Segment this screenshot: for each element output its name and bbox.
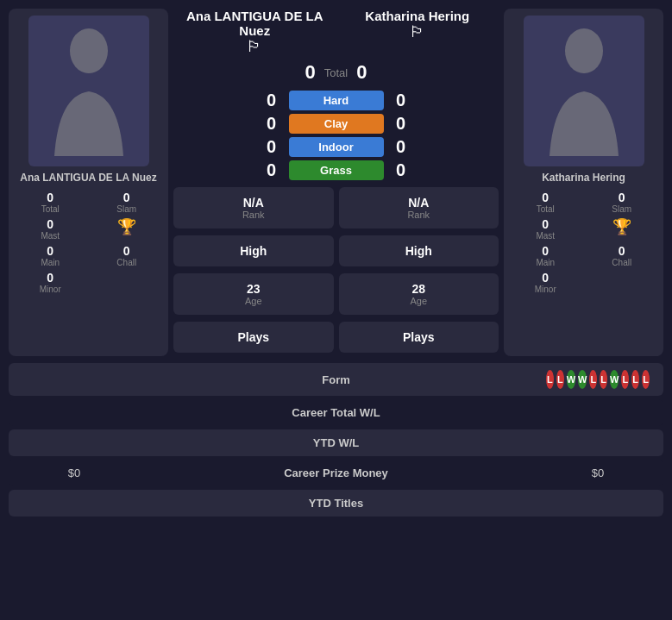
left-flag: 🏳 <box>173 38 336 56</box>
form-label: Form <box>126 373 546 386</box>
ytd-titles-row: YTD Titles <box>9 490 663 517</box>
left-stat-main: 0 Main <box>16 244 85 267</box>
clay-left-score: 0 <box>263 114 280 134</box>
left-plays-card: Plays <box>173 322 334 353</box>
right-player-title-block: Katharina Hering 🏳 <box>336 9 499 41</box>
right-flag: 🏳 <box>336 23 499 41</box>
left-age-card: 23 Age <box>173 273 334 315</box>
trophy-icon-block: 🏆 <box>92 217 162 241</box>
total-label: Total <box>324 66 348 79</box>
center-header: Ana LANTIGUA DE LA Nuez 🏳 Katharina Heri… <box>173 9 499 56</box>
right-stat-slam: 0 Slam <box>587 191 657 214</box>
career-total-label: Career Total W/L <box>126 406 546 419</box>
left-stat-slam: 0 Slam <box>92 191 162 214</box>
right-total-score: 0 <box>356 61 367 84</box>
form-badge-l: L <box>589 370 597 389</box>
left-player-title-block: Ana LANTIGUA DE LA Nuez 🏳 <box>173 9 336 56</box>
grass-left-score: 0 <box>263 160 280 180</box>
total-score-row: 0 Total 0 <box>173 61 499 84</box>
right-player-stats: 0 Total 0 Slam 0 Mast 🏆 0 Main <box>511 191 656 294</box>
hard-right-score: 0 <box>393 91 410 110</box>
left-player-stats: 0 Total 0 Slam 0 Mast 🏆 0 Main <box>16 191 161 294</box>
right-age-card: 28 Age <box>339 273 499 315</box>
hard-badge: Hard <box>289 91 384 110</box>
form-badge-l: L <box>642 370 650 389</box>
right-player-title: Katharina Hering <box>336 9 499 23</box>
career-prize-right: $0 <box>546 467 650 479</box>
left-rank-label: Rank <box>182 210 325 220</box>
top-section: Ana LANTIGUA DE LA Nuez 0 Total 0 Slam 0… <box>9 9 663 356</box>
right-high-card: High <box>339 235 499 266</box>
grass-right-score: 0 <box>393 160 410 180</box>
clay-badge: Clay <box>289 114 384 134</box>
left-stat-total: 0 Total <box>16 191 85 214</box>
form-badge-w: W <box>610 370 619 389</box>
svg-point-0 <box>70 28 108 73</box>
right-stat-mast: 0 Mast <box>511 217 581 241</box>
left-rank-card: N/A Rank <box>173 187 334 229</box>
surface-row-indoor: 0 Indoor 0 <box>173 137 499 157</box>
right-stat-chall: 0 Chall <box>587 244 657 267</box>
form-badge-l: L <box>546 370 554 389</box>
bottom-stats: Form LLWWLLWLLL Career Total W/L YTD W/L… <box>9 363 663 520</box>
form-badge-w: W <box>578 370 587 389</box>
left-player-avatar <box>28 16 149 166</box>
form-badge-l: L <box>631 370 639 389</box>
right-rank-label: Rank <box>348 210 491 220</box>
surface-rows: 0 Hard 0 0 Clay 0 0 Indoor 0 0 Grass <box>173 91 499 180</box>
right-stat-total: 0 Total <box>511 191 581 214</box>
left-stat-chall: 0 Chall <box>92 244 162 267</box>
right-plays-card: Plays <box>339 322 499 353</box>
left-player-card: Ana LANTIGUA DE LA Nuez 0 Total 0 Slam 0… <box>9 9 168 356</box>
info-cards-row: N/A Rank High 23 Age Plays <box>173 187 499 356</box>
right-rank-value: N/A <box>348 196 491 210</box>
left-age-value: 23 <box>182 282 325 296</box>
right-stat-minor: 0 Minor <box>511 271 581 294</box>
left-plays-value: Plays <box>182 330 325 344</box>
left-stat-minor: 0 Minor <box>16 271 85 294</box>
career-prize-row: $0 Career Prize Money $0 <box>9 460 663 486</box>
ytd-wl-row: YTD W/L <box>9 429 663 456</box>
right-stat-main: 0 Main <box>511 244 581 267</box>
career-prize-label: Career Prize Money <box>126 467 546 479</box>
right-rank-card: N/A Rank <box>339 187 499 229</box>
left-high-card: High <box>173 235 334 266</box>
left-info-cards: N/A Rank High 23 Age Plays <box>173 187 334 356</box>
right-info-cards: N/A Rank High 28 Age Plays <box>339 187 499 356</box>
indoor-right-score: 0 <box>393 137 410 157</box>
left-player-name: Ana LANTIGUA DE LA Nuez <box>20 172 156 184</box>
form-row: Form LLWWLLWLLL <box>9 363 663 396</box>
form-badge-l: L <box>621 370 629 389</box>
clay-right-score: 0 <box>393 114 410 134</box>
form-badge-l: L <box>556 370 564 389</box>
left-rank-value: N/A <box>182 196 325 210</box>
right-age-label: Age <box>348 296 491 306</box>
ytd-wl-label: YTD W/L <box>126 436 546 449</box>
form-badges-container: LLWWLLWLLL <box>546 370 650 389</box>
hard-left-score: 0 <box>263 91 280 110</box>
trophy-icon: 🏆 <box>117 217 136 236</box>
surface-row-grass: 0 Grass 0 <box>173 160 499 180</box>
grass-badge: Grass <box>289 160 384 180</box>
right-player-card: Katharina Hering 0 Total 0 Slam 0 Mast 🏆 <box>504 9 663 356</box>
form-badges: LLWWLLWLLL <box>546 370 650 389</box>
career-total-row: Career Total W/L <box>9 399 663 426</box>
ytd-titles-label: YTD Titles <box>126 497 546 510</box>
surface-row-clay: 0 Clay 0 <box>173 114 499 134</box>
career-prize-left: $0 <box>22 467 126 479</box>
left-stat-mast: 0 Mast <box>16 217 85 241</box>
form-badge-w: W <box>567 370 575 389</box>
left-player-title: Ana LANTIGUA DE LA Nuez <box>173 9 336 38</box>
right-plays-value: Plays <box>348 330 491 344</box>
surface-row-hard: 0 Hard 0 <box>173 91 499 110</box>
right-high-value: High <box>348 244 491 258</box>
svg-point-1 <box>565 28 603 73</box>
left-total-score: 0 <box>305 61 316 84</box>
indoor-badge: Indoor <box>289 137 384 157</box>
right-age-value: 28 <box>348 282 491 296</box>
right-trophy-icon: 🏆 <box>612 217 631 236</box>
indoor-left-score: 0 <box>263 137 280 157</box>
center-col: Ana LANTIGUA DE LA Nuez 🏳 Katharina Heri… <box>173 9 499 356</box>
right-player-name: Katharina Hering <box>542 172 625 184</box>
right-trophy-block: 🏆 <box>587 217 657 241</box>
